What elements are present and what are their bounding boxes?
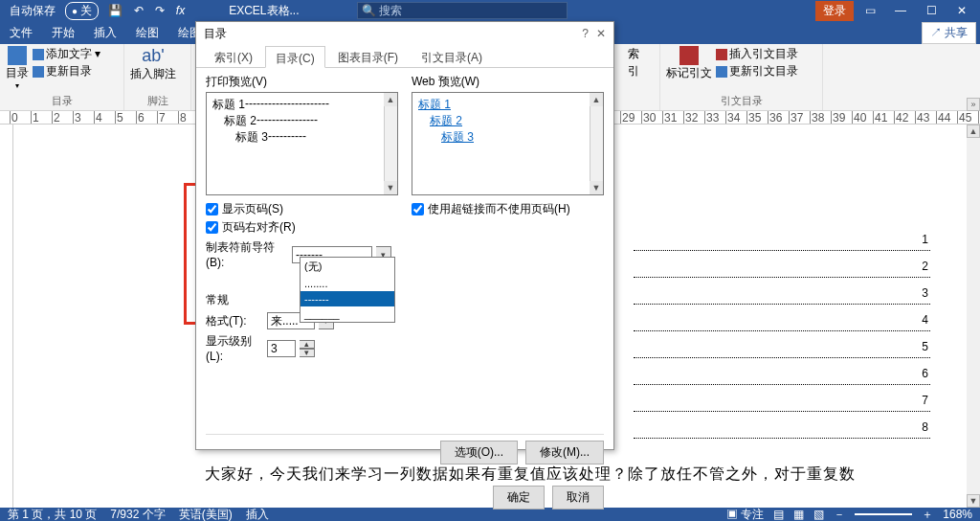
modify-button[interactable]: 修改(M)... bbox=[525, 441, 604, 464]
update-toc-button[interactable]: 更新目录 bbox=[33, 63, 100, 79]
show-page-checkbox[interactable]: 显示页码(S) bbox=[206, 201, 398, 217]
web-preview-label: Web 预览(W) bbox=[412, 75, 479, 88]
group-label-toc: 目录 bbox=[6, 94, 118, 110]
insert-footnote-button[interactable]: ab'插入脚注 bbox=[130, 46, 176, 82]
dialog-tab-3[interactable]: 引文目录(A) bbox=[411, 45, 493, 67]
index-item[interactable]: 索 bbox=[628, 46, 654, 62]
cancel-button[interactable]: 取消 bbox=[552, 486, 604, 510]
status-page[interactable]: 第 1 页，共 10 页 bbox=[8, 507, 97, 522]
toc-row: 3 bbox=[634, 282, 930, 305]
levels-down-icon[interactable]: ▾ bbox=[300, 349, 315, 357]
zoom-value[interactable]: 168% bbox=[943, 508, 972, 521]
levels-label: 显示级别(L): bbox=[206, 333, 263, 363]
web-scroll-down-icon[interactable]: ▼ bbox=[590, 181, 603, 194]
web-preview-link[interactable]: 标题 1 bbox=[418, 97, 597, 113]
toc-row: 2 bbox=[634, 255, 930, 278]
add-text-button[interactable]: 添加文字 ▾ bbox=[33, 46, 100, 62]
redo-icon[interactable]: ↷ bbox=[149, 0, 170, 21]
group-label-footnote: 脚注 bbox=[130, 94, 185, 110]
minimize-icon[interactable]: ― bbox=[886, 4, 915, 17]
dialog-tab-0[interactable]: 索引(X) bbox=[204, 45, 263, 67]
levels-input[interactable] bbox=[267, 340, 296, 357]
print-preview-box: 标题 1 ----------------------1标题 2 -------… bbox=[206, 92, 398, 195]
toc-row: 7 bbox=[634, 389, 930, 412]
web-scroll-up-icon[interactable]: ▲ bbox=[590, 93, 603, 106]
menu-insert[interactable]: 插入 bbox=[84, 21, 126, 44]
zoom-in-icon[interactable]: ＋ bbox=[922, 507, 933, 522]
document-name: EXCEL表格... bbox=[229, 3, 299, 19]
dropdown-item[interactable]: ------- bbox=[301, 291, 394, 306]
toc-row: 8 bbox=[634, 416, 930, 439]
right-align-checkbox[interactable]: 页码右对齐(R) bbox=[206, 219, 398, 236]
toc-row: 6 bbox=[634, 362, 930, 385]
focus-mode-button[interactable]: ▣ 专注 bbox=[726, 507, 764, 522]
zoom-out-icon[interactable]: － bbox=[834, 507, 845, 522]
close-icon[interactable]: ✕ bbox=[947, 4, 976, 17]
toc-dialog: 目录 ? ✕ 索引(X)目录(C)图表目录(F)引文目录(A) 打印预览(V) … bbox=[195, 21, 614, 450]
insert-citation-toc-button[interactable]: 插入引文目录 bbox=[716, 46, 798, 62]
maximize-icon[interactable]: ☐ bbox=[917, 4, 946, 17]
dialog-title: 目录 bbox=[204, 26, 227, 42]
preview-scroll-up-icon[interactable]: ▲ bbox=[384, 93, 397, 106]
status-words[interactable]: 7/932 个字 bbox=[110, 507, 165, 522]
share-button[interactable]: ↗ 共享 bbox=[922, 22, 976, 44]
view-print-icon[interactable]: ▤ bbox=[773, 508, 784, 521]
ribbon-mode-icon[interactable]: ▭ bbox=[856, 4, 884, 17]
print-preview-row: 标题 1 ----------------------1 bbox=[212, 97, 391, 113]
toc-row: 1 bbox=[634, 228, 930, 251]
print-preview-row: 标题 3 ----------5 bbox=[212, 129, 391, 146]
web-preview-link[interactable]: 标题 2 bbox=[418, 113, 597, 129]
tab-leader-label: 制表符前导符(B): bbox=[206, 239, 288, 269]
toc-row: 5 bbox=[634, 335, 930, 358]
menu-draw[interactable]: 绘图 bbox=[126, 21, 168, 44]
web-preview-box: 标题 1标题 2标题 3 ▲ ▼ bbox=[412, 92, 604, 195]
toc-button[interactable]: 目录▾ bbox=[6, 46, 29, 90]
login-button[interactable]: 登录 bbox=[815, 1, 854, 21]
view-web-icon[interactable]: ▧ bbox=[813, 508, 824, 521]
scroll-up-icon[interactable]: ▲ bbox=[967, 125, 980, 138]
index-item2[interactable]: 引 bbox=[628, 63, 654, 79]
view-read-icon[interactable]: ▦ bbox=[793, 508, 804, 521]
dropdown-item[interactable]: ........ bbox=[301, 276, 394, 291]
ribbon-scroll-icon[interactable]: » bbox=[967, 98, 980, 111]
group-label-citation: 引文目录 bbox=[666, 94, 816, 110]
dropdown-item[interactable]: (无) bbox=[301, 258, 394, 276]
dialog-help-icon[interactable]: ? bbox=[582, 27, 589, 40]
menu-home[interactable]: 开始 bbox=[42, 21, 84, 44]
ok-button[interactable]: 确定 bbox=[493, 486, 545, 510]
undo-icon[interactable]: ↶ bbox=[128, 0, 149, 21]
print-preview-row: 标题 2 ----------------3 bbox=[212, 113, 391, 129]
mark-citation-button[interactable]: 标记引文 bbox=[666, 46, 712, 81]
toc-row: 4 bbox=[634, 308, 930, 331]
autosave-toggle[interactable]: ● 关 bbox=[65, 2, 99, 20]
menu-file[interactable]: 文件 bbox=[0, 21, 42, 44]
dialog-close-icon[interactable]: ✕ bbox=[596, 27, 606, 40]
dialog-tab-2[interactable]: 图表目录(F) bbox=[327, 45, 409, 67]
preview-scroll-down-icon[interactable]: ▼ bbox=[384, 181, 397, 194]
tab-leader-dropdown: (无)........-------______ bbox=[300, 257, 395, 323]
ruler-vertical[interactable] bbox=[0, 125, 13, 508]
options-button[interactable]: 选项(O)... bbox=[440, 441, 518, 464]
format-label: 格式(T): bbox=[206, 313, 263, 329]
save-icon[interactable]: 💾 bbox=[102, 0, 128, 21]
update-citation-toc-button[interactable]: 更新引文目录 bbox=[716, 63, 798, 79]
print-preview-label: 打印预览(V) bbox=[206, 75, 267, 88]
autosave-label: 自动保存 bbox=[4, 0, 61, 21]
web-preview-link[interactable]: 标题 3 bbox=[418, 129, 597, 146]
zoom-slider[interactable] bbox=[855, 513, 912, 515]
fx-icon[interactable]: fx bbox=[170, 0, 190, 21]
dropdown-item[interactable]: ______ bbox=[301, 306, 394, 322]
use-hyperlinks-checkbox[interactable]: 使用超链接而不使用页码(H) bbox=[412, 201, 604, 217]
search-input[interactable]: 🔍 搜索 bbox=[357, 2, 568, 19]
dialog-tab-1[interactable]: 目录(C) bbox=[265, 46, 325, 68]
